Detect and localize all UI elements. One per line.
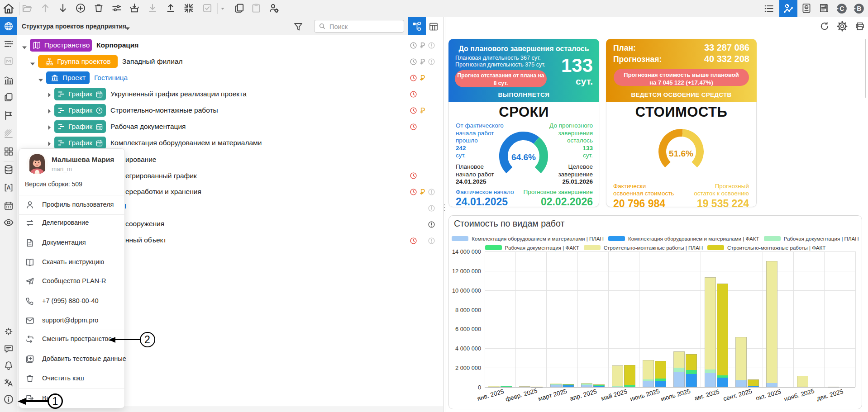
- svg-text:B: B: [857, 5, 861, 12]
- svg-text:C: C: [839, 5, 844, 12]
- svg-text:A: A: [6, 185, 10, 191]
